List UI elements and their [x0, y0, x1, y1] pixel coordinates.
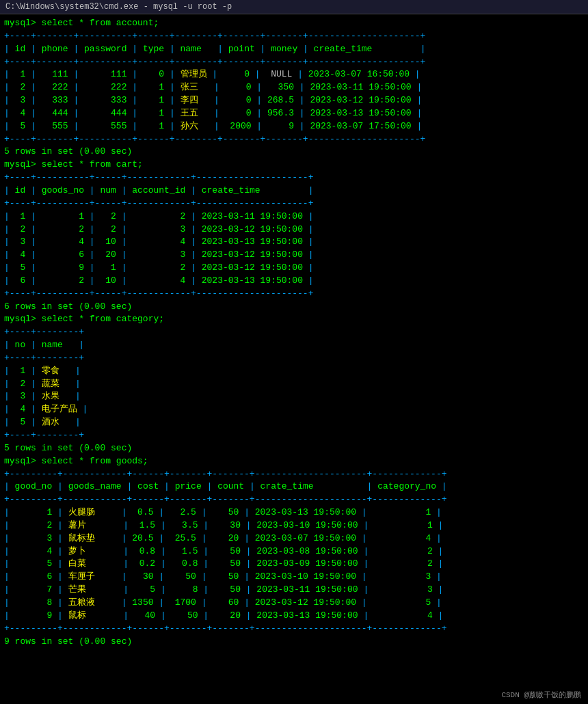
cart-query: mysql> select * from cart; +----+-------…	[4, 159, 584, 313]
account-query: mysql> select * from account; +----+----…	[4, 17, 584, 159]
category-query: mysql> select * from category; +----+---…	[4, 313, 584, 455]
terminal: mysql> select * from account; +----+----…	[0, 14, 588, 651]
title-bar: C:\Windows\system32\cmd.exe - mysql -u r…	[0, 0, 588, 14]
account-prompt: mysql> select * from account; +----+----…	[4, 17, 584, 159]
cart-prompt: mysql> select * from cart; +----+-------…	[4, 159, 584, 313]
goods-query: mysql> select * from goods; +---------+-…	[4, 455, 584, 649]
footer-credit: CSDN @嗷嗷干饭的鹏鹏	[501, 690, 581, 700]
category-prompt: mysql> select * from category; +----+---…	[4, 313, 584, 455]
title-text: C:\Windows\system32\cmd.exe - mysql -u r…	[5, 2, 232, 12]
goods-prompt: mysql> select * from goods; +---------+-…	[4, 455, 584, 649]
